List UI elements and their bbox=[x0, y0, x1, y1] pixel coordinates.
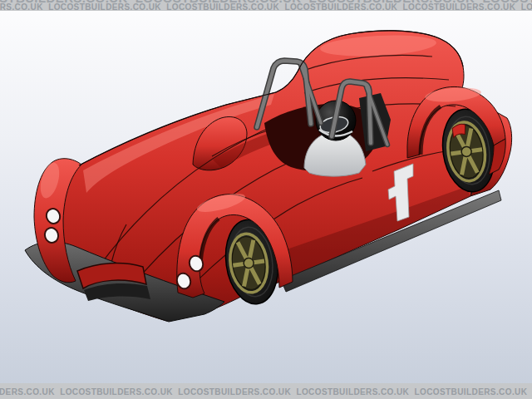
watermark-band-bottom: LOCOSTBUILDERS.CO.UK LOCOSTBUILDERS.CO.U… bbox=[0, 383, 532, 399]
watermark-text-row: LOCOSTBUILDERS.CO.UK LOCOSTBUILDERS.CO.U… bbox=[0, 2, 532, 11]
car-render bbox=[0, 0, 532, 399]
screenshot-root: LOCOSTBUILDERS.CO.UK LOCOSTBUILDERS.CO.U… bbox=[0, 0, 532, 399]
watermark-band-top: LOCOSTBUILDERS.CO.UK LOCOSTBUILDERS.CO.U… bbox=[0, 0, 532, 11]
watermark-text-row: LOCOSTBUILDERS.CO.UK LOCOSTBUILDERS.CO.U… bbox=[0, 387, 532, 397]
rear-hub bbox=[461, 146, 472, 158]
cad-viewport bbox=[0, 0, 532, 399]
front-hub bbox=[243, 258, 254, 269]
